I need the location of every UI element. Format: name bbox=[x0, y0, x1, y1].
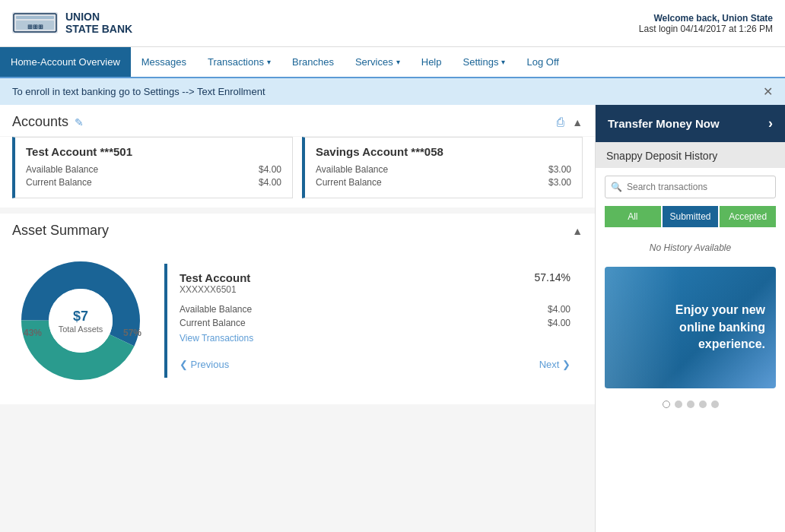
accounts-print-icon[interactable]: ⎙ bbox=[557, 116, 564, 129]
accounts-title: Accounts ✎ bbox=[12, 114, 84, 130]
transfer-money-button[interactable]: Transfer Money Now › bbox=[596, 105, 785, 142]
nav-settings[interactable]: Settings ▾ bbox=[453, 47, 516, 77]
notification-close-button[interactable]: ✕ bbox=[763, 84, 773, 99]
last-login: Last login 04/14/2017 at 1:26 PM bbox=[639, 24, 773, 34]
nav-help[interactable]: Help bbox=[411, 47, 453, 77]
account-card-checking: Test Account ***501 Available Balance $4… bbox=[12, 137, 293, 198]
logo-area: ⊞⊞⊞ UNION STATE BANK bbox=[12, 6, 132, 40]
available-label-savings: Available Balance bbox=[316, 164, 388, 175]
asset-current-row: Current Balance $4.00 bbox=[180, 318, 570, 328]
filter-submitted-button[interactable]: Submitted bbox=[663, 206, 719, 227]
asset-header: Asset Summary ▲ bbox=[0, 214, 595, 245]
snappy-deposit-title: Snappy Deposit History bbox=[596, 142, 785, 168]
accounts-section: Accounts ✎ ⎙ ▲ Test Account ***501 Avail… bbox=[0, 105, 595, 207]
asset-content: $7 Total Assets 43% 57% Test Account 57.… bbox=[0, 245, 595, 404]
asset-available-row: Available Balance $4.00 bbox=[180, 304, 570, 315]
svg-text:⊞⊞⊞: ⊞⊞⊞ bbox=[27, 24, 43, 30]
search-icon: 🔍 bbox=[611, 182, 622, 192]
donut-label: Total Assets bbox=[59, 325, 103, 334]
asset-account-pct: 57.14% bbox=[535, 271, 570, 283]
current-amount-checking: $4.00 bbox=[259, 177, 281, 188]
donut-center: $7 Total Assets bbox=[59, 309, 103, 334]
carousel-dot-4[interactable] bbox=[699, 401, 707, 408]
logo-text: UNION STATE BANK bbox=[65, 11, 132, 35]
accounts-header: Accounts ✎ ⎙ ▲ bbox=[0, 105, 595, 136]
asset-current-label: Current Balance bbox=[180, 318, 246, 328]
notification-bar: To enroll in text banking go to Settings… bbox=[0, 78, 785, 105]
carousel-dot-1[interactable] bbox=[663, 401, 670, 408]
main-nav: Home-Account Overview Messages Transacti… bbox=[0, 47, 785, 78]
header: ⊞⊞⊞ UNION STATE BANK Welcome back, Union… bbox=[0, 0, 785, 47]
promo-text: Enjoy your newonline bankingexperience. bbox=[675, 302, 765, 353]
donut-amount: $7 bbox=[59, 309, 103, 325]
available-label-checking: Available Balance bbox=[26, 164, 98, 175]
svg-rect-2 bbox=[16, 16, 54, 19]
next-button[interactable]: Next ❯ bbox=[539, 359, 570, 370]
welcome-message: Welcome back, Union State bbox=[639, 13, 773, 24]
nav-home[interactable]: Home-Account Overview bbox=[0, 47, 131, 77]
settings-arrow: ▾ bbox=[501, 58, 505, 66]
account-current-row-savings: Current Balance $3.00 bbox=[316, 177, 571, 188]
account-name-checking: Test Account ***501 bbox=[26, 145, 281, 158]
asset-account-detail: Test Account 57.14% XXXXXX6501 Available… bbox=[164, 264, 583, 378]
promo-person-image bbox=[605, 267, 681, 388]
promo-banner: Enjoy your newonline bankingexperience. bbox=[605, 267, 776, 388]
accounts-collapse-icon[interactable]: ▲ bbox=[572, 116, 583, 128]
right-panel: Transfer Money Now › Snappy Deposit Hist… bbox=[595, 105, 785, 532]
current-label-checking: Current Balance bbox=[26, 177, 92, 188]
asset-balance-rows: Available Balance $4.00 Current Balance … bbox=[180, 304, 570, 328]
welcome-area: Welcome back, Union State Last login 04/… bbox=[639, 13, 773, 34]
account-available-row-savings: Available Balance $3.00 bbox=[316, 164, 571, 175]
accounts-grid: Test Account ***501 Available Balance $4… bbox=[0, 137, 595, 207]
services-arrow: ▾ bbox=[396, 58, 400, 66]
search-input[interactable] bbox=[605, 176, 776, 198]
accounts-actions: ⎙ ▲ bbox=[557, 116, 583, 129]
nav-logoff[interactable]: Log Off bbox=[516, 47, 569, 77]
asset-collapse-icon[interactable]: ▲ bbox=[572, 225, 583, 237]
content-area: Accounts ✎ ⎙ ▲ Test Account ***501 Avail… bbox=[0, 105, 595, 532]
asset-title: Asset Summary bbox=[12, 223, 109, 239]
asset-available-label: Available Balance bbox=[180, 304, 252, 315]
asset-summary-section: Asset Summary ▲ $7 Total Assets bbox=[0, 214, 595, 404]
filter-buttons: All Submitted Accepted bbox=[605, 206, 776, 227]
asset-available-amount: $4.00 bbox=[548, 304, 570, 315]
account-name-savings: Savings Account ***058 bbox=[316, 145, 571, 158]
carousel-dots bbox=[596, 394, 785, 414]
carousel-dot-3[interactable] bbox=[687, 401, 694, 408]
donut-pct-right: 57% bbox=[123, 328, 141, 338]
account-current-row-checking: Current Balance $4.00 bbox=[26, 177, 281, 188]
transactions-arrow: ▾ bbox=[267, 58, 271, 66]
donut-chart: $7 Total Assets 43% 57% bbox=[12, 252, 149, 389]
pagination-buttons: ❮ Previous Next ❯ bbox=[180, 359, 570, 370]
nav-transactions[interactable]: Transactions ▾ bbox=[197, 47, 281, 77]
no-history-message: No History Available bbox=[596, 235, 785, 261]
filter-all-button[interactable]: All bbox=[605, 206, 661, 227]
asset-account-name: Test Account bbox=[180, 271, 250, 284]
search-box: 🔍 bbox=[605, 176, 776, 198]
accounts-edit-icon[interactable]: ✎ bbox=[75, 116, 84, 128]
filter-accepted-button[interactable]: Accepted bbox=[720, 206, 776, 227]
carousel-dot-5[interactable] bbox=[711, 401, 719, 408]
carousel-dot-2[interactable] bbox=[675, 401, 682, 408]
transfer-money-label: Transfer Money Now bbox=[608, 117, 720, 130]
view-transactions-link[interactable]: View Transactions bbox=[180, 333, 570, 344]
donut-pct-left: 43% bbox=[24, 328, 42, 338]
account-available-row-checking: Available Balance $4.00 bbox=[26, 164, 281, 175]
nav-messages[interactable]: Messages bbox=[131, 47, 197, 77]
notification-text: To enroll in text banking go to Settings… bbox=[12, 86, 265, 97]
main-layout: Accounts ✎ ⎙ ▲ Test Account ***501 Avail… bbox=[0, 105, 785, 532]
asset-account-header: Test Account 57.14% bbox=[180, 271, 570, 284]
nav-services[interactable]: Services ▾ bbox=[345, 47, 411, 77]
account-card-savings: Savings Account ***058 Available Balance… bbox=[302, 137, 583, 198]
previous-button[interactable]: ❮ Previous bbox=[180, 359, 229, 370]
bank-logo-icon: ⊞⊞⊞ bbox=[12, 6, 58, 40]
nav-branches[interactable]: Branches bbox=[281, 47, 345, 77]
current-amount-savings: $3.00 bbox=[548, 177, 571, 188]
transfer-arrow-icon: › bbox=[768, 116, 773, 131]
asset-current-amount: $4.00 bbox=[548, 318, 570, 328]
asset-account-number: XXXXXX6501 bbox=[180, 284, 570, 295]
available-amount-checking: $4.00 bbox=[259, 164, 281, 175]
available-amount-savings: $3.00 bbox=[548, 164, 571, 175]
current-label-savings: Current Balance bbox=[316, 177, 382, 188]
